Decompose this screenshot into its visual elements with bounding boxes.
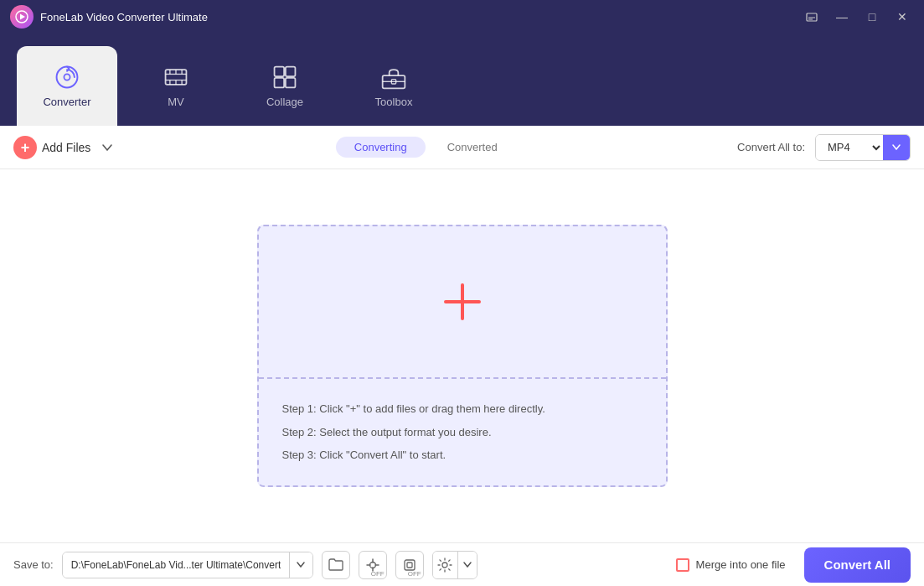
maximize-button[interactable]: □ bbox=[860, 5, 884, 29]
step1-text: Step 1: Click "+" to add files or drag t… bbox=[282, 399, 643, 418]
title-bar: FoneLab Video Converter Ultimate — □ ✕ bbox=[0, 0, 924, 34]
format-select[interactable]: MP4 bbox=[816, 135, 883, 160]
svg-rect-11 bbox=[286, 78, 296, 88]
tab-converter-label: Converter bbox=[43, 96, 90, 108]
add-files-button[interactable]: + Add Files bbox=[13, 136, 90, 159]
add-files-plus-icon: + bbox=[13, 136, 37, 159]
app-logo bbox=[10, 5, 34, 29]
step2-text: Step 2: Select the output format you des… bbox=[282, 423, 643, 442]
hardware-accel-button[interactable]: OFF bbox=[395, 551, 424, 579]
converted-tab[interactable]: Converted bbox=[429, 137, 516, 158]
footer: Save to: OFF OFF bbox=[0, 542, 924, 586]
svg-rect-16 bbox=[405, 560, 415, 570]
convert-all-button[interactable]: Convert All bbox=[804, 547, 911, 583]
app-title: FoneLab Video Converter Ultimate bbox=[40, 11, 800, 23]
folder-browse-button[interactable] bbox=[322, 551, 350, 579]
settings-dropdown-arrow[interactable] bbox=[458, 552, 477, 578]
drop-zone-plus-icon bbox=[441, 281, 483, 323]
merge-wrap: Merge into one file bbox=[676, 558, 786, 572]
drop-zone-top[interactable] bbox=[259, 226, 666, 377]
tab-toolbox-label: Toolbox bbox=[375, 96, 413, 108]
svg-rect-17 bbox=[407, 563, 412, 568]
toolbar: + Add Files Converting Converted Convert… bbox=[0, 126, 924, 169]
window-controls: — □ ✕ bbox=[800, 5, 914, 29]
tab-switcher: Converting Converted bbox=[124, 137, 727, 158]
svg-rect-10 bbox=[275, 78, 285, 88]
close-button[interactable]: ✕ bbox=[890, 5, 914, 29]
step3-text: Step 3: Click "Convert All" to start. bbox=[282, 445, 643, 464]
merge-checkbox[interactable] bbox=[676, 558, 689, 572]
format-select-wrap: MP4 bbox=[815, 134, 911, 161]
tab-toolbox[interactable]: Toolbox bbox=[343, 46, 444, 126]
svg-rect-9 bbox=[286, 67, 296, 77]
add-files-label: Add Files bbox=[42, 141, 90, 154]
main-content: Step 1: Click "+" to add files or drag t… bbox=[0, 169, 924, 542]
save-to-label: Save to: bbox=[13, 558, 54, 571]
tab-mv[interactable]: MV bbox=[126, 46, 226, 126]
merge-label: Merge into one file bbox=[696, 558, 786, 571]
svg-point-6 bbox=[64, 74, 70, 80]
path-input-wrap bbox=[62, 552, 313, 578]
settings-group bbox=[432, 551, 477, 579]
svg-point-18 bbox=[442, 563, 447, 568]
tab-mv-label: MV bbox=[168, 96, 184, 108]
tab-converter[interactable]: Converter bbox=[17, 46, 117, 126]
add-files-dropdown-arrow[interactable] bbox=[101, 141, 114, 154]
svg-marker-1 bbox=[20, 14, 25, 20]
convert-all-to-label: Convert All to: bbox=[737, 141, 805, 153]
path-input[interactable] bbox=[63, 552, 289, 578]
settings-button[interactable] bbox=[433, 552, 458, 578]
minimize-button[interactable]: — bbox=[830, 5, 854, 29]
converting-tab[interactable]: Converting bbox=[336, 137, 426, 158]
turbo-off-button[interactable]: OFF bbox=[359, 551, 387, 579]
nav-tabs: Converter MV Collage bbox=[0, 34, 924, 126]
svg-rect-8 bbox=[275, 67, 285, 77]
subtitle-btn[interactable] bbox=[800, 5, 823, 29]
path-dropdown-btn[interactable] bbox=[289, 552, 312, 578]
drop-zone[interactable]: Step 1: Click "+" to add files or drag t… bbox=[257, 225, 668, 486]
drop-zone-instructions: Step 1: Click "+" to add files or drag t… bbox=[259, 379, 666, 485]
format-dropdown-btn[interactable] bbox=[883, 135, 910, 160]
tab-collage[interactable]: Collage bbox=[235, 46, 335, 126]
tab-collage-label: Collage bbox=[266, 96, 303, 108]
